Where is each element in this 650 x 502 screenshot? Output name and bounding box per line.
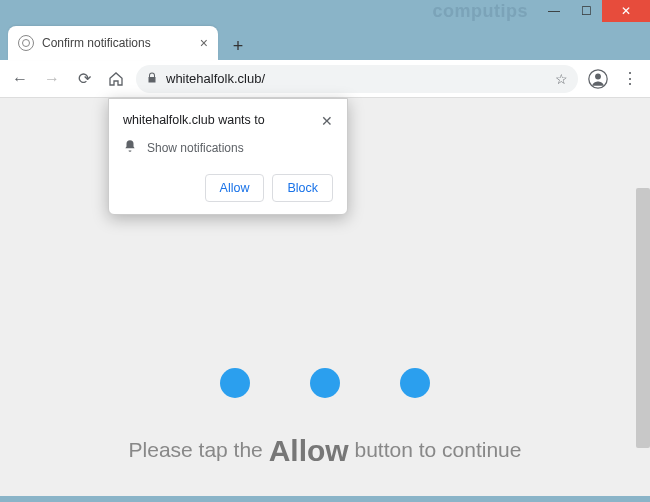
bell-icon [123,139,137,156]
permission-title: whitehalfolk.club wants to [123,113,265,127]
svg-point-1 [595,73,601,79]
dot-icon [220,368,250,398]
maximize-button[interactable]: ☐ [570,0,602,22]
bookmark-star-icon[interactable]: ☆ [555,71,568,87]
watermark-text: computips [432,1,538,22]
tab-title: Confirm notifications [42,36,192,50]
dot-icon [400,368,430,398]
profile-button[interactable] [586,67,610,91]
tab-close-icon[interactable]: × [200,35,208,51]
msg-post: button to continue [349,438,522,461]
address-bar[interactable]: whitehalfolk.club/ ☆ [136,65,578,93]
titlebar-right: computips — ☐ ✕ [432,0,650,22]
permission-popup: whitehalfolk.club wants to ✕ Show notifi… [108,98,348,215]
block-button[interactable]: Block [272,174,333,202]
back-button[interactable]: ← [8,67,32,91]
permission-actions: Allow Block [123,174,333,202]
browser-toolbar: ← → ⟳ whitehalfolk.club/ ☆ ⋮ [0,60,650,98]
page-message: Please tap the Allow button to continue [0,434,650,468]
menu-button[interactable]: ⋮ [618,67,642,91]
home-button[interactable] [104,67,128,91]
permission-row: Show notifications [123,139,333,156]
new-tab-button[interactable]: + [224,32,252,60]
loading-dots [0,368,650,398]
home-icon [108,71,124,87]
scrollbar[interactable] [636,188,650,478]
window-controls: — ☐ ✕ [538,0,650,22]
favicon-icon [18,35,34,51]
minimize-button[interactable]: — [538,0,570,22]
url-text: whitehalfolk.club/ [166,71,547,86]
msg-pre: Please tap the [129,438,269,461]
content-wrapper: Please tap the Allow button to continue … [0,98,650,496]
permission-header: whitehalfolk.club wants to ✕ [123,113,333,129]
browser-tab[interactable]: Confirm notifications × [8,26,218,60]
permission-close-icon[interactable]: ✕ [321,113,333,129]
reload-button[interactable]: ⟳ [72,67,96,91]
lock-icon [146,72,158,86]
allow-button[interactable]: Allow [205,174,265,202]
msg-bold: Allow [269,434,349,467]
permission-label: Show notifications [147,141,244,155]
user-icon [588,69,608,89]
scrollbar-thumb[interactable] [636,188,650,448]
dot-icon [310,368,340,398]
forward-button[interactable]: → [40,67,64,91]
tab-strip: Confirm notifications × + [0,24,650,60]
close-button[interactable]: ✕ [602,0,650,22]
